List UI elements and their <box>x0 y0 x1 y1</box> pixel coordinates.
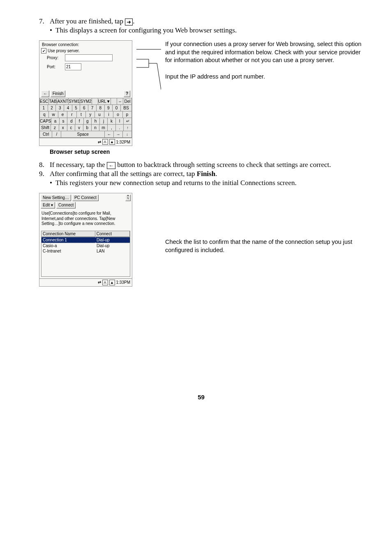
key-2[interactable]: 2 <box>48 105 56 111</box>
key-m[interactable]: m <box>99 125 108 131</box>
arrow-left-icon: ← <box>107 162 115 169</box>
key-8[interactable]: 8 <box>97 105 105 111</box>
help-icon[interactable]: ῗ <box>125 195 131 201</box>
key-↓[interactable]: ↓ <box>123 131 132 138</box>
proxy-label: Proxy: <box>47 56 65 60</box>
use-proxy-checkbox[interactable]: ✔ <box>41 48 46 53</box>
back-button[interactable]: ← <box>41 90 49 97</box>
key-q[interactable]: q <box>39 111 49 118</box>
svg-line-5 <box>157 63 161 90</box>
key-5[interactable]: 5 <box>72 105 81 111</box>
edit-menu[interactable]: Edit ▾ <box>41 202 55 208</box>
key-URL▼[interactable]: URL▼ <box>98 98 111 105</box>
new-setting-button[interactable]: New Setting… <box>41 195 71 201</box>
key-0[interactable]: 0 <box>113 105 121 111</box>
proxy-annotation: If your connection uses a proxy server f… <box>165 40 363 65</box>
step-number: 7. <box>39 17 50 25</box>
key-←[interactable]: ← <box>105 131 114 138</box>
help-button[interactable]: ? <box>124 90 130 97</box>
key-→[interactable]: → <box>114 131 123 138</box>
key-v[interactable]: v <box>75 125 83 131</box>
key-3[interactable]: 3 <box>56 105 64 111</box>
key-l[interactable]: l <box>116 118 124 125</box>
key-y[interactable]: y <box>86 111 95 118</box>
browser-setup-screenshot: Browser connection: ✔Use proxy server. P… <box>39 40 132 146</box>
figure-caption: Browser setup screen <box>50 148 363 155</box>
proxy-input[interactable] <box>65 54 113 61</box>
key-6[interactable]: 6 <box>80 105 88 111</box>
status-icon: ⇄ <box>98 140 101 144</box>
checklist-annotation: Check the list to confirm that the name … <box>165 238 363 254</box>
key-a[interactable]: a <box>51 118 60 125</box>
key-e[interactable]: e <box>58 111 67 118</box>
list-item[interactable]: Connection 1Dial-up <box>42 237 130 243</box>
step7-text: After you are finished, tap ➜. <box>50 17 363 25</box>
key-.[interactable]: . <box>116 125 124 131</box>
key-c[interactable]: c <box>67 125 76 131</box>
key-i[interactable]: i <box>104 111 113 118</box>
use-proxy-label: Use proxy server. <box>48 49 80 53</box>
port-input[interactable] <box>65 63 81 70</box>
key-/[interactable]: / <box>52 131 61 138</box>
key-SYM1[interactable]: SYM1 <box>69 98 80 105</box>
status-icon: ⇄ <box>98 280 101 285</box>
key-t[interactable]: t <box>77 111 86 118</box>
key-↵[interactable]: ↵ <box>124 118 132 125</box>
key-d[interactable]: d <box>67 118 76 125</box>
scr1-title: Browser connection: <box>39 41 132 48</box>
arrow-right-icon: ➜ <box>125 19 133 25</box>
key-SYM2[interactable]: SYM2 <box>80 98 92 105</box>
status-icon: A <box>102 280 108 285</box>
list-item[interactable]: Casio-aDial-up <box>42 243 130 248</box>
key-,[interactable]: , <box>108 125 116 131</box>
key-4[interactable]: 4 <box>64 105 72 111</box>
key-TAB[interactable]: TAB <box>49 98 58 105</box>
key-o[interactable]: o <box>113 111 122 118</box>
key-u[interactable]: u <box>95 111 104 118</box>
key-Ctrl[interactable]: Ctrl <box>39 131 52 138</box>
key-–[interactable]: – <box>117 98 123 105</box>
key-z[interactable]: z <box>51 125 59 131</box>
connect-button[interactable]: Connect <box>56 202 76 208</box>
key-9[interactable]: 9 <box>105 105 113 111</box>
key-7[interactable]: 7 <box>88 105 97 111</box>
status-icon: A <box>102 139 108 145</box>
key-f[interactable]: f <box>76 118 84 125</box>
status-bar: ⇄ A ▲ 1:32PM <box>39 138 132 146</box>
key-ESC[interactable]: ESC <box>39 98 49 105</box>
key-Del[interactable]: Del <box>123 98 132 105</box>
key-blank[interactable] <box>111 98 117 105</box>
page-number: 59 <box>39 394 363 401</box>
key-w[interactable]: w <box>49 111 58 118</box>
key-blank[interactable] <box>92 98 98 105</box>
key-CAPS[interactable]: CAPS <box>39 118 51 125</box>
clock: 1:32PM <box>116 140 130 144</box>
key-BS[interactable]: BS <box>121 105 132 111</box>
port-label: Port: <box>47 65 65 69</box>
key-h[interactable]: h <box>92 118 100 125</box>
key-x[interactable]: x <box>59 125 67 131</box>
key-Space[interactable]: Space <box>61 131 105 138</box>
status-icon: ▲ <box>109 280 115 285</box>
key-k[interactable]: k <box>108 118 116 125</box>
key-p[interactable]: p <box>123 111 132 118</box>
key-j[interactable]: j <box>100 118 108 125</box>
clock: 1:33PM <box>116 280 130 285</box>
key-s[interactable]: s <box>60 118 68 125</box>
connections-screenshot: New Setting… PC Connect ῗ Edit ▾ Connect… <box>39 193 132 287</box>
finish-button[interactable]: Finish <box>51 90 66 97</box>
onscreen-keyboard[interactable]: ESCTABAXNTSYM1SYM2URL▼–Del 1234567890BS … <box>39 98 132 138</box>
ip-port-annotation: Input the IP address and port number. <box>165 73 363 81</box>
key-AXNT[interactable]: AXNT <box>57 98 69 105</box>
connections-list[interactable]: Connection NameConnect Connection 1Dial-… <box>41 231 130 277</box>
key-r[interactable]: r <box>67 111 76 118</box>
status-bar: ⇄ A ▲ 1:33PM <box>39 278 132 286</box>
key-n[interactable]: n <box>92 125 100 131</box>
list-item[interactable]: C-IntranetLAN <box>42 248 130 254</box>
key-↑[interactable]: ↑ <box>124 125 132 131</box>
key-b[interactable]: b <box>83 125 92 131</box>
key-g[interactable]: g <box>84 118 92 125</box>
pc-connect-button[interactable]: PC Connect <box>72 195 99 201</box>
key-Shift[interactable]: Shift <box>39 125 51 131</box>
key-1[interactable]: 1 <box>39 105 48 111</box>
